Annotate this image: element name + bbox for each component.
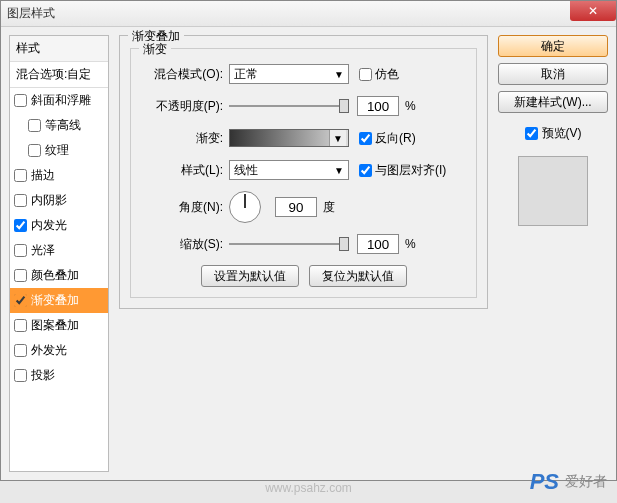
- gradient-overlay-group: 渐变叠加 渐变 混合模式(O): 正常 ▼ 仿色: [119, 35, 488, 309]
- gradient-label: 渐变:: [141, 130, 223, 147]
- settings-panel: 渐变叠加 渐变 混合模式(O): 正常 ▼ 仿色: [119, 35, 488, 472]
- styles-header: 样式: [10, 36, 108, 62]
- chevron-down-icon: ▼: [334, 69, 344, 80]
- dither-checkbox[interactable]: 仿色: [359, 66, 399, 83]
- opacity-input[interactable]: [357, 96, 399, 116]
- style-item[interactable]: 光泽: [10, 238, 108, 263]
- style-item-label: 颜色叠加: [31, 267, 79, 284]
- gradient-section: 渐变 混合模式(O): 正常 ▼ 仿色 不透明度(P):: [130, 48, 477, 298]
- gradient-picker[interactable]: ▼: [229, 129, 349, 147]
- style-item-label: 等高线: [45, 117, 81, 134]
- chevron-down-icon: ▼: [334, 165, 344, 176]
- ok-button[interactable]: 确定: [498, 35, 608, 57]
- style-item[interactable]: 描边: [10, 163, 108, 188]
- style-item[interactable]: 投影: [10, 363, 108, 388]
- style-item[interactable]: 内发光: [10, 213, 108, 238]
- scale-slider[interactable]: [229, 235, 349, 253]
- new-style-button[interactable]: 新建样式(W)...: [498, 91, 608, 113]
- reset-default-button[interactable]: 复位为默认值: [309, 265, 407, 287]
- style-item-label: 内阴影: [31, 192, 67, 209]
- style-item-label: 图案叠加: [31, 317, 79, 334]
- set-default-button[interactable]: 设置为默认值: [201, 265, 299, 287]
- style-item[interactable]: 等高线: [10, 113, 108, 138]
- align-checkbox[interactable]: 与图层对齐(I): [359, 162, 446, 179]
- opacity-label: 不透明度(P):: [141, 98, 223, 115]
- style-item[interactable]: 颜色叠加: [10, 263, 108, 288]
- titlebar: 图层样式 ✕: [1, 1, 616, 27]
- style-item-label: 斜面和浮雕: [31, 92, 91, 109]
- preview-swatch: [518, 156, 588, 226]
- ps-logo: PS: [530, 469, 559, 481]
- style-item[interactable]: 斜面和浮雕: [10, 88, 108, 113]
- style-item-label: 纹理: [45, 142, 69, 159]
- blend-mode-label: 混合模式(O):: [141, 66, 223, 83]
- opacity-slider[interactable]: [229, 97, 349, 115]
- reverse-checkbox[interactable]: 反向(R): [359, 130, 416, 147]
- style-item[interactable]: 图案叠加: [10, 313, 108, 338]
- window-title: 图层样式: [7, 5, 55, 22]
- style-item-label: 外发光: [31, 342, 67, 359]
- style-item-label: 渐变叠加: [31, 292, 79, 309]
- style-item[interactable]: 渐变叠加: [10, 288, 108, 313]
- style-item-label: 描边: [31, 167, 55, 184]
- cancel-button[interactable]: 取消: [498, 63, 608, 85]
- blend-mode-select[interactable]: 正常 ▼: [229, 64, 349, 84]
- inner-title: 渐变: [139, 41, 171, 58]
- style-item[interactable]: 内阴影: [10, 188, 108, 213]
- layer-style-dialog: 图层样式 ✕ 样式 混合选项:自定 斜面和浮雕等高线纹理描边内阴影内发光光泽颜色…: [0, 0, 617, 481]
- watermark: PS 爱好者: [530, 469, 607, 481]
- blend-options-header[interactable]: 混合选项:自定: [10, 62, 108, 88]
- scale-label: 缩放(S):: [141, 236, 223, 253]
- style-label: 样式(L):: [141, 162, 223, 179]
- content: 样式 混合选项:自定 斜面和浮雕等高线纹理描边内阴影内发光光泽颜色叠加渐变叠加图…: [1, 27, 616, 480]
- scale-input[interactable]: [357, 234, 399, 254]
- style-item[interactable]: 纹理: [10, 138, 108, 163]
- style-select[interactable]: 线性 ▼: [229, 160, 349, 180]
- style-item[interactable]: 外发光: [10, 338, 108, 363]
- angle-dial[interactable]: [229, 191, 261, 223]
- styles-list: 样式 混合选项:自定 斜面和浮雕等高线纹理描边内阴影内发光光泽颜色叠加渐变叠加图…: [9, 35, 109, 472]
- style-item-label: 内发光: [31, 217, 67, 234]
- close-button[interactable]: ✕: [570, 1, 616, 21]
- preview-checkbox[interactable]: 预览(V): [498, 125, 608, 142]
- angle-input[interactable]: [275, 197, 317, 217]
- action-panel: 确定 取消 新建样式(W)... 预览(V): [498, 35, 608, 472]
- angle-label: 角度(N):: [141, 199, 223, 216]
- style-item-label: 投影: [31, 367, 55, 384]
- style-item-label: 光泽: [31, 242, 55, 259]
- chevron-down-icon: ▼: [329, 130, 346, 146]
